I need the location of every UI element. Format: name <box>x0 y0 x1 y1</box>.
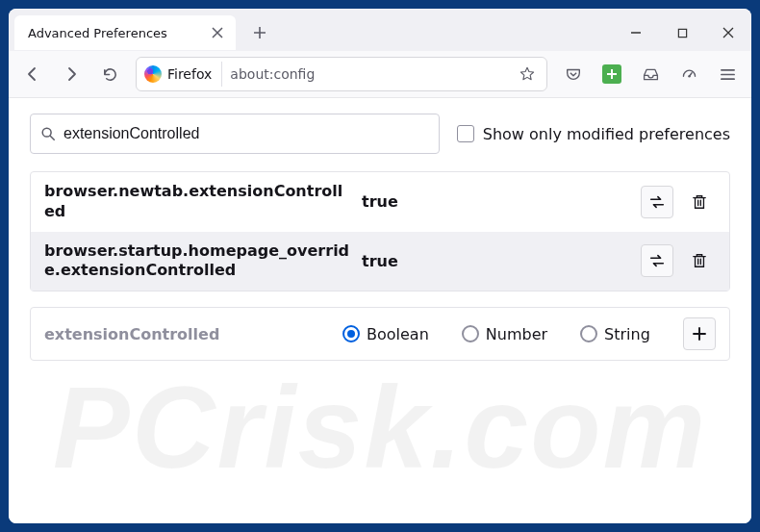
radio-icon <box>342 325 360 342</box>
url-text: about:config <box>230 66 508 82</box>
forward-button[interactable] <box>55 58 88 90</box>
titlebar: Advanced Preferences <box>9 9 751 51</box>
search-input[interactable] <box>63 125 429 142</box>
firefox-logo-icon <box>144 65 162 83</box>
checkbox-label: Show only modified preferences <box>483 125 730 143</box>
close-window-button[interactable] <box>705 15 751 50</box>
type-radio-group: Boolean Number String <box>342 325 673 343</box>
add-pref-row: extensionControlled Boolean Number Strin… <box>30 307 730 361</box>
type-number-radio[interactable]: Number <box>462 325 547 343</box>
svg-rect-0 <box>678 29 686 37</box>
vpn-button[interactable] <box>672 58 705 90</box>
window-controls <box>613 15 751 50</box>
pref-row[interactable]: browser.newtab.extensionControlled true <box>31 172 729 232</box>
toggle-button[interactable] <box>641 186 673 218</box>
prefs-table: browser.newtab.extensionControlled true … <box>30 171 730 291</box>
identity-box[interactable]: Firefox <box>144 62 222 87</box>
pref-name: browser.newtab.extensionControlled <box>44 182 352 222</box>
pref-row[interactable]: browser.startup.homepage_override.extens… <box>31 232 729 291</box>
search-row: Show only modified preferences <box>30 114 730 154</box>
url-bar[interactable]: Firefox about:config <box>136 57 547 91</box>
pref-value: true <box>362 192 631 211</box>
delete-button[interactable] <box>683 244 716 277</box>
app-menu-button[interactable] <box>711 58 744 90</box>
radio-label: Number <box>486 325 547 343</box>
tab-advanced-preferences[interactable]: Advanced Preferences <box>14 15 236 50</box>
search-icon <box>40 126 56 141</box>
add-button[interactable] <box>683 317 716 350</box>
radio-icon <box>462 325 479 342</box>
nav-toolbar: Firefox about:config <box>9 51 751 98</box>
maximize-button[interactable] <box>659 15 705 50</box>
about-config-content: Show only modified preferences browser.n… <box>9 98 751 523</box>
radio-label: String <box>604 325 650 343</box>
reload-button[interactable] <box>93 58 126 90</box>
svg-point-1 <box>688 75 690 77</box>
radio-icon <box>580 325 597 342</box>
delete-button[interactable] <box>683 186 716 218</box>
pocket-button[interactable] <box>557 58 590 90</box>
browser-window: Advanced Preferences <box>9 9 751 523</box>
search-box[interactable] <box>30 114 440 154</box>
identity-label: Firefox <box>167 66 212 82</box>
minimize-button[interactable] <box>613 15 659 50</box>
type-boolean-radio[interactable]: Boolean <box>342 325 429 343</box>
toggle-button[interactable] <box>641 244 673 277</box>
new-pref-name: extensionControlled <box>44 325 333 343</box>
new-tab-button[interactable] <box>245 18 274 47</box>
pref-name: browser.startup.homepage_override.extens… <box>44 241 352 282</box>
back-button[interactable] <box>16 58 49 90</box>
show-only-modified-checkbox[interactable]: Show only modified preferences <box>457 125 730 143</box>
radio-label: Boolean <box>367 325 429 343</box>
inbox-button[interactable] <box>634 58 667 90</box>
tab-title: Advanced Preferences <box>28 26 209 40</box>
checkbox-icon <box>457 125 474 142</box>
pref-value: true <box>362 252 631 270</box>
extension-button[interactable] <box>595 58 628 90</box>
extension-green-icon <box>602 64 621 84</box>
type-string-radio[interactable]: String <box>580 325 650 343</box>
close-tab-button[interactable] <box>209 24 226 41</box>
bookmark-star-icon[interactable] <box>516 63 539 86</box>
